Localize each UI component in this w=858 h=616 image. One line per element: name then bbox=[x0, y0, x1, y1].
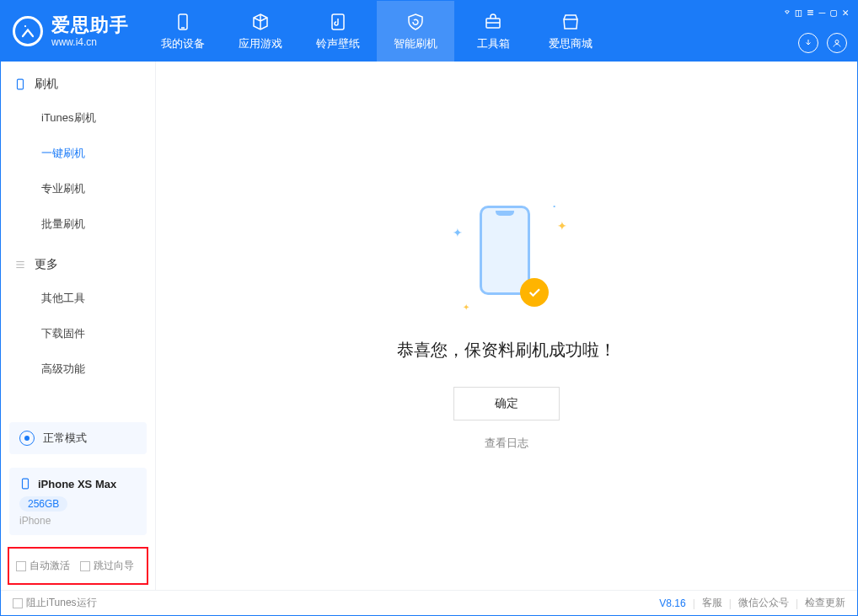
maximize-button[interactable]: ▢ bbox=[830, 6, 837, 19]
title-bar: 爱思助手 www.i4.cn 我的设备 应用游戏 铃声壁纸 智能刷机 bbox=[1, 1, 857, 62]
nav-label: 爱思商城 bbox=[549, 36, 593, 51]
app-url: www.i4.cn bbox=[51, 36, 129, 48]
checkbox-block-itunes[interactable]: 阻止iTunes运行 bbox=[13, 596, 97, 610]
menu-icon[interactable]: ≡ bbox=[807, 6, 814, 19]
check-icon bbox=[520, 278, 549, 307]
view-log-link[interactable]: 查看日志 bbox=[485, 436, 528, 451]
download-button[interactable] bbox=[798, 33, 818, 53]
list-icon bbox=[14, 259, 26, 271]
highlighted-options: 自动激活 跳过向导 bbox=[8, 547, 148, 585]
success-message: 恭喜您，保资料刷机成功啦！ bbox=[397, 339, 616, 362]
nav-ringtones[interactable]: 铃声壁纸 bbox=[299, 1, 377, 62]
device-icon bbox=[173, 11, 193, 33]
wechat-link[interactable]: 微信公众号 bbox=[738, 596, 789, 610]
app-name: 爱思助手 bbox=[51, 14, 129, 36]
cube-icon bbox=[250, 11, 271, 33]
check-update-link[interactable]: 检查更新 bbox=[805, 596, 845, 610]
nav-toolbox[interactable]: 工具箱 bbox=[454, 1, 532, 62]
music-file-icon bbox=[328, 11, 348, 33]
sidebar-item-other-tools[interactable]: 其他工具 bbox=[1, 281, 155, 316]
shop-icon bbox=[560, 11, 581, 33]
sidebar-group-more: 更多 bbox=[1, 242, 155, 281]
svg-point-4 bbox=[835, 40, 839, 44]
close-button[interactable]: ✕ bbox=[842, 6, 849, 19]
device-card[interactable]: iPhone XS Max 256GB iPhone bbox=[9, 468, 147, 535]
nav-label: 应用游戏 bbox=[239, 36, 282, 51]
label: 自动激活 bbox=[29, 559, 70, 573]
label: 跳过向导 bbox=[94, 559, 134, 573]
sidebar-item-advanced[interactable]: 高级功能 bbox=[1, 351, 155, 387]
main-content: ✦✦✦• 恭喜您，保资料刷机成功啦！ 确定 查看日志 bbox=[156, 62, 857, 590]
device-storage: 256GB bbox=[19, 496, 67, 512]
nav-label: 我的设备 bbox=[161, 36, 205, 51]
sidebar-item-batch-flash[interactable]: 批量刷机 bbox=[1, 206, 155, 242]
version-label: V8.16 bbox=[659, 597, 685, 609]
mode-label: 正常模式 bbox=[43, 431, 87, 446]
mode-card[interactable]: 正常模式 bbox=[9, 422, 147, 454]
success-illustration: ✦✦✦• bbox=[448, 201, 566, 319]
checkbox-skip-guide[interactable]: 跳过向导 bbox=[80, 559, 134, 573]
app-logo: 爱思助手 www.i4.cn bbox=[1, 1, 144, 62]
nav-flash[interactable]: 智能刷机 bbox=[377, 1, 454, 62]
group-label: 刷机 bbox=[35, 77, 58, 92]
status-bar: 阻止iTunes运行 V8.16 | 客服 | 微信公众号 | 检查更新 bbox=[1, 590, 857, 615]
sidebar-group-flash: 刷机 bbox=[1, 62, 155, 100]
svg-rect-5 bbox=[18, 79, 24, 89]
sidebar-item-oneclick-flash[interactable]: 一键刷机 bbox=[1, 136, 155, 171]
ok-button[interactable]: 确定 bbox=[453, 387, 560, 420]
phone-icon bbox=[14, 77, 26, 92]
nav-label: 工具箱 bbox=[477, 36, 510, 51]
group-label: 更多 bbox=[35, 257, 58, 272]
refresh-shield-icon bbox=[405, 11, 426, 33]
support-link[interactable]: 客服 bbox=[702, 596, 722, 610]
label: 阻止iTunes运行 bbox=[26, 596, 97, 610]
device-name: iPhone XS Max bbox=[38, 478, 116, 490]
sidebar-item-pro-flash[interactable]: 专业刷机 bbox=[1, 171, 155, 206]
nav-my-device[interactable]: 我的设备 bbox=[144, 1, 222, 62]
minimize-button[interactable]: ― bbox=[819, 6, 826, 19]
nav-apps[interactable]: 应用游戏 bbox=[222, 1, 299, 62]
sidebar-item-itunes-flash[interactable]: iTunes刷机 bbox=[1, 100, 155, 136]
nav-label: 智能刷机 bbox=[394, 36, 437, 51]
device-phone-icon bbox=[19, 476, 31, 491]
svg-rect-9 bbox=[23, 479, 29, 489]
sidebar: 刷机 iTunes刷机 一键刷机 专业刷机 批量刷机 更多 其他工具 下载固件 … bbox=[1, 62, 156, 590]
nav-store[interactable]: 爱思商城 bbox=[532, 1, 609, 62]
lock-icon[interactable]: ◫ bbox=[796, 6, 802, 19]
shirt-icon[interactable]: ⌔ bbox=[784, 6, 791, 19]
sidebar-item-download-fw[interactable]: 下载固件 bbox=[1, 316, 155, 351]
logo-icon bbox=[13, 16, 43, 46]
user-button[interactable] bbox=[827, 33, 847, 53]
mode-icon bbox=[19, 431, 35, 446]
checkbox-auto-activate[interactable]: 自动激活 bbox=[16, 559, 70, 573]
top-nav: 我的设备 应用游戏 铃声壁纸 智能刷机 工具箱 爱思商城 bbox=[144, 1, 609, 62]
nav-label: 铃声壁纸 bbox=[316, 36, 360, 51]
device-type: iPhone bbox=[19, 515, 137, 527]
toolbox-icon bbox=[483, 11, 503, 33]
